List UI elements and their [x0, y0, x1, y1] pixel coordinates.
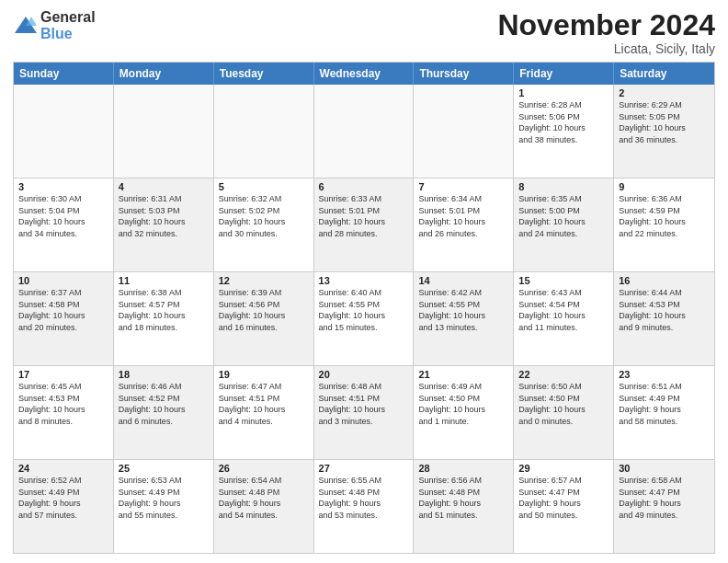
header-day-wednesday: Wednesday: [314, 63, 415, 85]
day-info: Sunrise: 6:47 AM Sunset: 4:51 PM Dayligh…: [219, 381, 309, 427]
day-number: 12: [219, 275, 309, 286]
day-number: 29: [518, 463, 609, 474]
day-number: 30: [619, 463, 710, 474]
month-title: November 2024: [497, 9, 715, 41]
calendar-cell-day-30: 30Sunrise: 6:58 AM Sunset: 4:47 PM Dayli…: [614, 460, 714, 553]
calendar-cell-day-2: 2Sunrise: 6:29 AM Sunset: 5:05 PM Daylig…: [614, 85, 714, 178]
day-number: 26: [219, 463, 309, 474]
day-info: Sunrise: 6:45 AM Sunset: 4:53 PM Dayligh…: [18, 381, 108, 427]
day-info: Sunrise: 6:55 AM Sunset: 4:48 PM Dayligh…: [319, 475, 409, 521]
header-day-saturday: Saturday: [614, 63, 714, 85]
day-info: Sunrise: 6:48 AM Sunset: 4:51 PM Dayligh…: [319, 381, 409, 427]
calendar-cell-empty-0-1: [114, 85, 214, 178]
calendar-cell-day-19: 19Sunrise: 6:47 AM Sunset: 4:51 PM Dayli…: [214, 366, 314, 459]
calendar-cell-day-18: 18Sunrise: 6:46 AM Sunset: 4:52 PM Dayli…: [114, 366, 214, 459]
day-info: Sunrise: 6:40 AM Sunset: 4:55 PM Dayligh…: [319, 287, 409, 333]
day-info: Sunrise: 6:31 AM Sunset: 5:03 PM Dayligh…: [119, 193, 209, 239]
day-number: 10: [18, 275, 108, 286]
header: General Blue November 2024 Licata, Sicil…: [13, 9, 715, 56]
day-number: 7: [418, 181, 508, 192]
calendar-cell-empty-0-3: [314, 85, 415, 178]
calendar-cell-day-1: 1Sunrise: 6:28 AM Sunset: 5:06 PM Daylig…: [514, 85, 614, 178]
header-day-monday: Monday: [114, 63, 214, 85]
calendar-cell-day-11: 11Sunrise: 6:38 AM Sunset: 4:57 PM Dayli…: [114, 272, 214, 365]
day-info: Sunrise: 6:30 AM Sunset: 5:04 PM Dayligh…: [18, 193, 108, 239]
day-number: 6: [319, 181, 409, 192]
calendar-cell-day-13: 13Sunrise: 6:40 AM Sunset: 4:55 PM Dayli…: [314, 272, 415, 365]
calendar-cell-empty-0-2: [214, 85, 314, 178]
calendar-cell-empty-0-4: [414, 85, 514, 178]
logo-text: General Blue: [40, 9, 96, 41]
title-area: November 2024 Licata, Sicily, Italy: [497, 9, 715, 56]
day-info: Sunrise: 6:50 AM Sunset: 4:50 PM Dayligh…: [518, 381, 609, 427]
calendar: SundayMondayTuesdayWednesdayThursdayFrid…: [13, 62, 715, 554]
header-day-thursday: Thursday: [414, 63, 514, 85]
day-number: 1: [518, 87, 609, 98]
calendar-cell-day-26: 26Sunrise: 6:54 AM Sunset: 4:48 PM Dayli…: [214, 460, 314, 553]
calendar-cell-day-24: 24Sunrise: 6:52 AM Sunset: 4:49 PM Dayli…: [14, 460, 114, 553]
day-number: 19: [219, 369, 309, 380]
day-number: 20: [319, 369, 409, 380]
day-info: Sunrise: 6:42 AM Sunset: 4:55 PM Dayligh…: [418, 287, 508, 333]
day-number: 15: [518, 275, 609, 286]
calendar-cell-day-5: 5Sunrise: 6:32 AM Sunset: 5:02 PM Daylig…: [214, 178, 314, 271]
calendar-body: 1Sunrise: 6:28 AM Sunset: 5:06 PM Daylig…: [14, 85, 714, 553]
location: Licata, Sicily, Italy: [497, 41, 715, 56]
calendar-cell-day-15: 15Sunrise: 6:43 AM Sunset: 4:54 PM Dayli…: [514, 272, 614, 365]
calendar-cell-day-17: 17Sunrise: 6:45 AM Sunset: 4:53 PM Dayli…: [14, 366, 114, 459]
day-number: 2: [619, 87, 710, 98]
calendar-cell-day-7: 7Sunrise: 6:34 AM Sunset: 5:01 PM Daylig…: [414, 178, 514, 271]
calendar-header: SundayMondayTuesdayWednesdayThursdayFrid…: [14, 63, 714, 85]
calendar-cell-day-14: 14Sunrise: 6:42 AM Sunset: 4:55 PM Dayli…: [414, 272, 514, 365]
day-number: 18: [119, 369, 209, 380]
day-number: 25: [119, 463, 209, 474]
calendar-cell-day-4: 4Sunrise: 6:31 AM Sunset: 5:03 PM Daylig…: [114, 178, 214, 271]
day-info: Sunrise: 6:53 AM Sunset: 4:49 PM Dayligh…: [119, 475, 209, 521]
day-number: 23: [619, 369, 710, 380]
day-info: Sunrise: 6:36 AM Sunset: 4:59 PM Dayligh…: [619, 193, 710, 239]
day-number: 22: [518, 369, 609, 380]
day-info: Sunrise: 6:49 AM Sunset: 4:50 PM Dayligh…: [418, 381, 508, 427]
day-number: 11: [119, 275, 209, 286]
day-info: Sunrise: 6:28 AM Sunset: 5:06 PM Dayligh…: [518, 99, 609, 145]
logo-icon: [13, 13, 39, 39]
day-info: Sunrise: 6:46 AM Sunset: 4:52 PM Dayligh…: [119, 381, 209, 427]
calendar-cell-day-28: 28Sunrise: 6:56 AM Sunset: 4:48 PM Dayli…: [414, 460, 514, 553]
calendar-cell-day-9: 9Sunrise: 6:36 AM Sunset: 4:59 PM Daylig…: [614, 178, 714, 271]
calendar-row-2: 10Sunrise: 6:37 AM Sunset: 4:58 PM Dayli…: [14, 271, 714, 365]
calendar-cell-day-6: 6Sunrise: 6:33 AM Sunset: 5:01 PM Daylig…: [314, 178, 415, 271]
calendar-cell-day-8: 8Sunrise: 6:35 AM Sunset: 5:00 PM Daylig…: [514, 178, 614, 271]
day-number: 13: [319, 275, 409, 286]
day-info: Sunrise: 6:32 AM Sunset: 5:02 PM Dayligh…: [219, 193, 309, 239]
day-number: 3: [18, 181, 108, 192]
day-info: Sunrise: 6:34 AM Sunset: 5:01 PM Dayligh…: [418, 193, 508, 239]
day-number: 16: [619, 275, 710, 286]
day-number: 28: [418, 463, 508, 474]
calendar-cell-day-25: 25Sunrise: 6:53 AM Sunset: 4:49 PM Dayli…: [114, 460, 214, 553]
day-number: 24: [18, 463, 108, 474]
day-info: Sunrise: 6:33 AM Sunset: 5:01 PM Dayligh…: [319, 193, 409, 239]
day-info: Sunrise: 6:37 AM Sunset: 4:58 PM Dayligh…: [18, 287, 108, 333]
day-number: 9: [619, 181, 710, 192]
header-day-sunday: Sunday: [14, 63, 114, 85]
calendar-cell-day-10: 10Sunrise: 6:37 AM Sunset: 4:58 PM Dayli…: [14, 272, 114, 365]
day-info: Sunrise: 6:29 AM Sunset: 5:05 PM Dayligh…: [619, 99, 710, 145]
day-info: Sunrise: 6:56 AM Sunset: 4:48 PM Dayligh…: [418, 475, 508, 521]
day-info: Sunrise: 6:35 AM Sunset: 5:00 PM Dayligh…: [518, 193, 609, 239]
day-number: 5: [219, 181, 309, 192]
calendar-cell-day-27: 27Sunrise: 6:55 AM Sunset: 4:48 PM Dayli…: [314, 460, 415, 553]
day-number: 4: [119, 181, 209, 192]
calendar-row-1: 3Sunrise: 6:30 AM Sunset: 5:04 PM Daylig…: [14, 178, 714, 271]
calendar-row-0: 1Sunrise: 6:28 AM Sunset: 5:06 PM Daylig…: [14, 85, 714, 178]
day-info: Sunrise: 6:51 AM Sunset: 4:49 PM Dayligh…: [619, 381, 710, 427]
day-number: 14: [418, 275, 508, 286]
day-info: Sunrise: 6:43 AM Sunset: 4:54 PM Dayligh…: [518, 287, 609, 333]
day-info: Sunrise: 6:54 AM Sunset: 4:48 PM Dayligh…: [219, 475, 309, 521]
day-info: Sunrise: 6:44 AM Sunset: 4:53 PM Dayligh…: [619, 287, 710, 333]
calendar-cell-day-12: 12Sunrise: 6:39 AM Sunset: 4:56 PM Dayli…: [214, 272, 314, 365]
day-info: Sunrise: 6:57 AM Sunset: 4:47 PM Dayligh…: [518, 475, 609, 521]
logo-blue: Blue: [40, 26, 96, 42]
day-number: 27: [319, 463, 409, 474]
calendar-cell-day-16: 16Sunrise: 6:44 AM Sunset: 4:53 PM Dayli…: [614, 272, 714, 365]
day-number: 21: [418, 369, 508, 380]
